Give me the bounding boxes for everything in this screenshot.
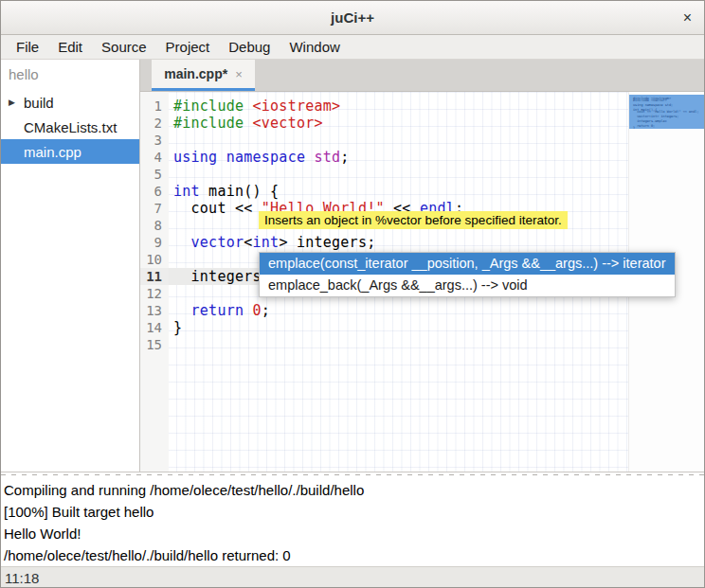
completion-item[interactable]: emplace_back(_Args &&__args...) --> void (260, 275, 675, 296)
line-number: 11 (140, 268, 169, 285)
code-text (169, 166, 704, 183)
doc-tooltip: Inserts an object in %vector before spec… (259, 211, 568, 229)
code-text: #include <vector> (169, 115, 704, 132)
code-line[interactable]: 4using namespace std; (140, 149, 704, 166)
project-name-placeholder[interactable]: hello (1, 60, 139, 88)
output-panel: Compiling and running /home/olece/test/h… (1, 477, 704, 566)
line-number: 5 (140, 166, 169, 183)
code-text: #include <iostream> (169, 98, 704, 115)
code-line[interactable]: 1#include <iostream> (140, 98, 704, 115)
line-number: 14 (140, 319, 169, 336)
tree-item-label: build (24, 95, 54, 111)
line-number: 9 (140, 234, 169, 251)
tab-main-cpp[interactable]: main.cpp* × (152, 60, 255, 91)
menu-item-source[interactable]: Source (92, 35, 156, 59)
menu-bar: FileEditSourceProjectDebugWindow (1, 35, 704, 60)
code-line[interactable]: 9 vector<int> integers; (140, 234, 704, 251)
code-text: } (169, 319, 704, 336)
file-sidebar: hello ▶buildCMakeLists.txtmain.cpp (1, 60, 140, 472)
code-line[interactable]: 15 (140, 336, 704, 353)
code-line[interactable]: 14} (140, 319, 704, 336)
sidebar-item-build[interactable]: ▶build (1, 90, 139, 115)
sidebar-item-main-cpp[interactable]: main.cpp (1, 139, 139, 164)
code-line[interactable]: 3 (140, 132, 704, 149)
line-number: 6 (140, 183, 169, 200)
menu-item-project[interactable]: Project (156, 35, 220, 59)
window-close-icon[interactable]: × (683, 10, 692, 26)
tab-bar: main.cpp* × (140, 60, 704, 92)
output-line: Compiling and running /home/olece/test/h… (4, 479, 704, 501)
menu-item-file[interactable]: File (7, 35, 48, 59)
output-line: [100%] Built target hello (4, 501, 704, 523)
code-line[interactable]: 13 return 0; (140, 302, 704, 319)
completion-popup: emplace(const_iterator __position, _Args… (259, 252, 676, 297)
completion-item[interactable]: emplace(const_iterator __position, _Args… (260, 253, 675, 275)
window-title: juCi++ (331, 9, 374, 26)
code-text: vector<int> integers; (169, 234, 704, 251)
code-line[interactable]: 2#include <vector> (140, 115, 704, 132)
main-area: hello ▶buildCMakeLists.txtmain.cpp main.… (1, 60, 704, 472)
code-text (169, 336, 704, 353)
line-number: 10 (140, 251, 169, 268)
code-text: using namespace std; (169, 149, 704, 166)
line-number: 13 (140, 302, 169, 319)
app-window: juCi++ × FileEditSourceProjectDebugWindo… (0, 0, 705, 588)
tree-item-label: CMakeLists.txt (24, 119, 117, 135)
line-number: 8 (140, 217, 169, 234)
line-number: 3 (140, 132, 169, 149)
output-line: Hello World! (4, 523, 704, 544)
editor-pane: main.cpp* × 1#include <iostream>2#includ… (140, 60, 704, 472)
tree-item-label: main.cpp (24, 144, 81, 160)
tab-close-icon[interactable]: × (235, 67, 243, 81)
expander-icon[interactable]: ▶ (1, 98, 16, 107)
code-text (169, 132, 704, 149)
line-number: 12 (140, 285, 169, 302)
tab-label: main.cpp* (164, 66, 227, 81)
line-number: 7 (140, 200, 169, 217)
cursor-position: 11:18 (5, 570, 39, 586)
status-bar: 11:18 (1, 566, 704, 588)
code-text: int main() { (169, 183, 704, 200)
output-line: /home/olece/test/hello/./build/hello ret… (4, 544, 704, 566)
title-bar: juCi++ × (1, 1, 704, 35)
code-line[interactable]: 6int main() { (140, 183, 704, 200)
menu-item-edit[interactable]: Edit (48, 35, 92, 59)
line-number: 2 (140, 115, 169, 132)
menu-item-debug[interactable]: Debug (219, 35, 280, 59)
sidebar-item-cmakelists-txt[interactable]: CMakeLists.txt (1, 115, 139, 139)
menu-item-window[interactable]: Window (280, 35, 349, 59)
file-tree: ▶buildCMakeLists.txtmain.cpp (1, 88, 139, 164)
code-line[interactable]: 5 (140, 166, 704, 183)
line-number: 1 (140, 98, 169, 115)
line-number: 4 (140, 149, 169, 166)
code-text: return 0; (169, 302, 704, 319)
minimap-visible-region[interactable]: #include <iostream> #include <vector> us… (629, 95, 704, 129)
line-number: 15 (140, 336, 169, 353)
